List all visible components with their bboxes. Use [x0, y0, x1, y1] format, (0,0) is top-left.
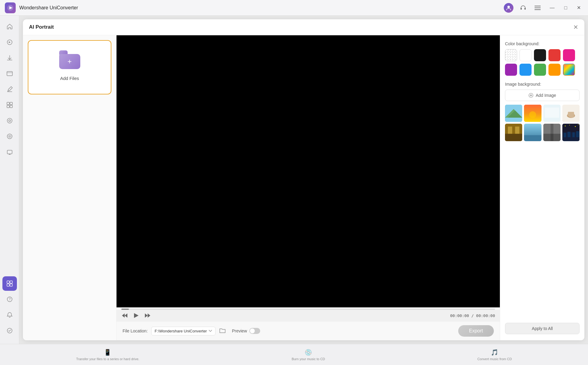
svg-rect-63: [564, 133, 566, 137]
sidebar-item-vr[interactable]: [2, 129, 17, 144]
color-swatch-white[interactable]: [519, 49, 532, 61]
forward-button[interactable]: [144, 312, 151, 319]
rewind-button[interactable]: [121, 312, 128, 319]
play-button[interactable]: [133, 312, 139, 319]
bottom-feature-convert-label: Convert music from CD: [477, 357, 512, 361]
svg-rect-9: [7, 71, 12, 76]
apply-to-all-button[interactable]: Apply to All: [505, 323, 580, 334]
svg-marker-33: [134, 313, 139, 318]
export-button[interactable]: Export: [458, 325, 494, 337]
bottom-feature-transfer-label: Transfer your files to a series or hard …: [76, 357, 139, 361]
svg-rect-3: [521, 8, 522, 10]
bottom-feature-burn-label: Burn your music to CD: [292, 357, 325, 361]
controls-row: [117, 307, 500, 310]
app-title: Wondershare UniConverter: [19, 5, 78, 11]
preview-label: Preview: [232, 328, 247, 333]
svg-point-17: [9, 120, 11, 122]
bg-image-night[interactable]: [562, 124, 580, 141]
titlebar: Wondershare UniConverter — □ ✕: [0, 0, 588, 16]
dialog-close-button[interactable]: ✕: [573, 24, 578, 30]
right-panel: Color background:: [500, 35, 584, 340]
svg-rect-56: [550, 124, 553, 141]
color-swatch-pink[interactable]: [563, 49, 575, 61]
svg-rect-49: [505, 134, 522, 141]
svg-rect-27: [10, 284, 12, 286]
color-swatch-blue[interactable]: [519, 64, 532, 76]
bg-image-mountain[interactable]: [505, 105, 522, 122]
svg-point-16: [7, 118, 12, 123]
add-files-icon-wrapper: +: [59, 54, 80, 72]
color-swatch-red[interactable]: [548, 49, 561, 61]
color-swatch-transparent[interactable]: [505, 49, 517, 61]
titlebar-controls: — □ ✕: [504, 3, 583, 13]
svg-point-20: [9, 136, 10, 137]
bg-image-bright[interactable]: [543, 105, 561, 122]
minimize-button[interactable]: —: [547, 4, 557, 12]
color-swatch-black[interactable]: [534, 49, 546, 61]
bg-image-grid: [505, 105, 580, 141]
sidebar-item-download[interactable]: [2, 51, 17, 65]
folder-body: +: [59, 54, 80, 69]
titlebar-left: Wondershare UniConverter: [5, 2, 78, 13]
main-area: ? AI Portrait ✕: [0, 16, 588, 344]
bg-image-street[interactable]: [543, 124, 561, 141]
sidebar-item-screen-recorder[interactable]: [2, 113, 17, 128]
svg-text:?: ?: [8, 297, 11, 301]
bg-image-interior[interactable]: [505, 124, 522, 141]
svg-point-43: [529, 111, 536, 118]
sidebar-item-help[interactable]: ?: [2, 292, 17, 306]
svg-rect-51: [515, 127, 519, 134]
color-swatch-purple[interactable]: [505, 64, 517, 76]
app-icon: [5, 2, 16, 13]
file-location-select[interactable]: F:\Wondershare UniConverter: [151, 327, 216, 335]
svg-rect-66: [576, 131, 579, 137]
dialog-body: + Add Files: [23, 35, 584, 340]
sidebar-item-broadcast[interactable]: [2, 145, 17, 159]
sidebar-item-tools[interactable]: [2, 276, 17, 291]
bg-image-sunset[interactable]: [524, 105, 541, 122]
bottom-feature-convert-music: 🎵 Convert music from CD: [470, 349, 519, 361]
image-background-label: Image background:: [505, 82, 580, 87]
svg-rect-13: [10, 102, 12, 105]
video-canvas: [117, 35, 500, 307]
sidebar-item-dvd[interactable]: [2, 66, 17, 81]
svg-rect-53: [524, 135, 541, 141]
sidebar-bottom: ?: [2, 292, 17, 340]
svg-point-2: [507, 6, 510, 8]
bottom-feature-burn: 💿 Burn your music to CD: [284, 349, 332, 361]
add-image-label: Add Image: [536, 93, 556, 98]
folder-plus-icon: +: [67, 57, 72, 66]
sidebar-item-toolbox[interactable]: [2, 98, 17, 112]
svg-rect-45: [545, 108, 559, 118]
svg-point-59: [565, 125, 566, 126]
window-close-button[interactable]: ✕: [574, 4, 583, 12]
sidebar-item-convert[interactable]: [2, 35, 17, 49]
svg-rect-26: [7, 284, 9, 286]
folder-browse-button[interactable]: [219, 327, 226, 335]
add-files-card[interactable]: + Add Files: [28, 40, 111, 94]
add-files-label: Add Files: [60, 76, 79, 81]
svg-marker-31: [122, 313, 125, 318]
sidebar-item-home[interactable]: [2, 19, 17, 34]
color-swatch-green[interactable]: [534, 64, 546, 76]
burn-icon: 💿: [305, 349, 312, 356]
sidebar-item-edit[interactable]: [2, 82, 17, 97]
bg-image-window[interactable]: [524, 124, 541, 141]
color-swatch-gradient[interactable]: [563, 64, 575, 76]
svg-rect-65: [572, 132, 575, 137]
svg-rect-25: [10, 281, 12, 283]
preview-toggle-switch[interactable]: [249, 328, 260, 334]
add-image-button[interactable]: Add Image: [505, 90, 580, 101]
svg-rect-50: [508, 127, 512, 134]
color-swatch-orange[interactable]: [548, 64, 561, 76]
bg-image-cup[interactable]: [562, 105, 580, 122]
music-icon: 🎵: [491, 349, 498, 356]
maximize-button[interactable]: □: [562, 4, 570, 12]
menu-button[interactable]: [533, 3, 542, 13]
preview-toggle: Preview: [232, 328, 260, 334]
user-button[interactable]: [504, 3, 513, 13]
headset-button[interactable]: [518, 3, 528, 13]
sidebar-item-notifications[interactable]: [2, 308, 17, 322]
color-grid: [505, 49, 580, 76]
sidebar-item-activity[interactable]: [2, 323, 17, 338]
